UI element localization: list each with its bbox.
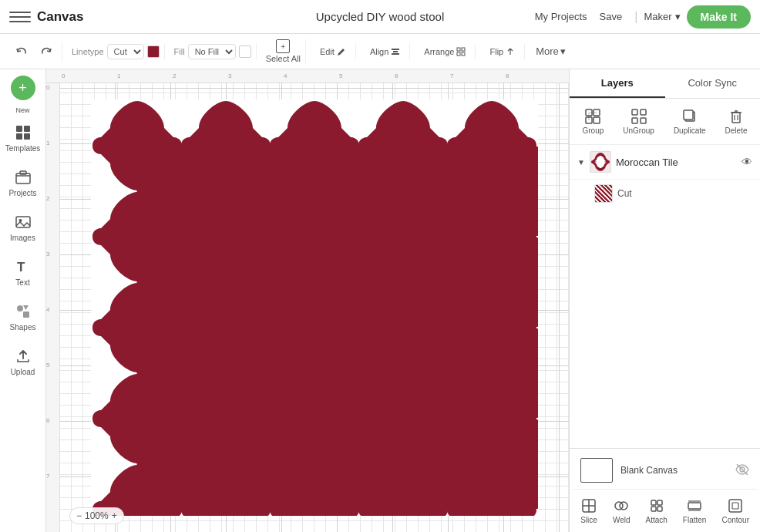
blank-canvas-row: Blank Canvas bbox=[573, 455, 757, 490]
sidebar-item-projects[interactable]: Projects bbox=[3, 162, 43, 204]
canvas-content[interactable] bbox=[60, 83, 569, 532]
align-group: Align bbox=[361, 44, 410, 59]
canvas-area[interactable]: 0 1 2 3 4 5 6 7 8 0 1 2 3 4 5 6 7 bbox=[46, 69, 569, 532]
zoom-control[interactable]: − 100% + bbox=[69, 507, 124, 524]
svg-point-41 bbox=[620, 502, 627, 510]
flatten-button[interactable]: Flatten bbox=[678, 494, 711, 527]
group-label: Group bbox=[583, 126, 604, 135]
templates-icon bbox=[14, 123, 32, 142]
edit-button[interactable]: Edit bbox=[315, 44, 351, 59]
svg-rect-30 bbox=[732, 113, 740, 123]
delete-button[interactable]: Delete bbox=[719, 105, 754, 138]
attach-icon bbox=[648, 497, 665, 514]
layer-list: ▼ Moroccan Tile 👁 Cut bbox=[570, 145, 760, 448]
zoom-minus-icon[interactable]: − bbox=[76, 510, 82, 521]
layer-item-moroccan[interactable]: ▼ Moroccan Tile 👁 bbox=[570, 145, 760, 180]
group-button[interactable]: Group bbox=[577, 105, 610, 138]
blank-canvas-thumbnail bbox=[580, 458, 613, 483]
layer-visibility-icon[interactable]: 👁 bbox=[742, 156, 752, 168]
duplicate-icon bbox=[681, 108, 698, 125]
contour-button[interactable]: Contour bbox=[717, 494, 754, 527]
flip-button[interactable]: Flip bbox=[485, 44, 520, 59]
svg-rect-45 bbox=[657, 507, 662, 511]
sidebar-item-upload[interactable]: Upload bbox=[3, 341, 43, 382]
svg-rect-11 bbox=[16, 173, 30, 184]
svg-rect-0 bbox=[392, 49, 399, 50]
fill-group: Fill No Fill bbox=[170, 44, 257, 59]
bottom-tools: Slice Weld Attach bbox=[573, 490, 757, 529]
fill-color-swatch[interactable] bbox=[239, 45, 251, 58]
slice-button[interactable]: Slice bbox=[576, 494, 602, 527]
svg-rect-50 bbox=[732, 503, 738, 509]
text-icon: T bbox=[14, 258, 32, 276]
zoom-plus-icon[interactable]: + bbox=[112, 510, 117, 521]
upload-icon bbox=[14, 347, 32, 365]
svg-rect-9 bbox=[16, 133, 22, 140]
ungroup-icon bbox=[631, 108, 647, 125]
flip-group: Flip bbox=[480, 44, 525, 59]
redo-button[interactable] bbox=[35, 42, 57, 61]
contour-label: Contour bbox=[721, 516, 749, 524]
weld-label: Weld bbox=[613, 516, 631, 524]
projects-label: Projects bbox=[8, 189, 36, 197]
svg-rect-4 bbox=[462, 48, 465, 51]
select-all-button[interactable]: + Select All bbox=[266, 39, 301, 63]
svg-rect-6 bbox=[462, 52, 465, 56]
linetype-color-swatch[interactable] bbox=[147, 45, 160, 58]
ruler-top: 0 1 2 3 4 5 6 7 8 bbox=[46, 69, 569, 83]
bottom-panel: Blank Canvas Slice Weld bbox=[570, 448, 760, 532]
ungroup-button[interactable]: UnGroup bbox=[617, 105, 661, 138]
maker-dropdown[interactable]: Maker ▾ bbox=[644, 11, 680, 22]
sidebar-item-images[interactable]: Images bbox=[3, 207, 43, 248]
zoom-level: 100% bbox=[85, 510, 109, 521]
hide-canvas-icon[interactable] bbox=[735, 463, 749, 479]
duplicate-button[interactable]: Duplicate bbox=[668, 105, 712, 138]
sidebar-item-templates[interactable]: Templates bbox=[3, 117, 43, 159]
svg-text:T: T bbox=[17, 260, 25, 274]
flatten-label: Flatten bbox=[683, 516, 707, 524]
undo-button[interactable] bbox=[11, 42, 32, 61]
slice-label: Slice bbox=[580, 516, 597, 524]
svg-rect-49 bbox=[729, 500, 742, 512]
tab-layers[interactable]: Layers bbox=[570, 69, 665, 98]
align-button[interactable]: Align bbox=[365, 44, 405, 59]
svg-rect-17 bbox=[23, 311, 29, 318]
layer-chevron-icon[interactable]: ▼ bbox=[577, 158, 585, 167]
left-sidebar: + New Templates Projects Images T Text bbox=[0, 69, 46, 532]
select-all-icon: + bbox=[276, 39, 290, 53]
attach-button[interactable]: Attach bbox=[641, 494, 672, 527]
svg-rect-8 bbox=[24, 126, 30, 132]
new-label: New bbox=[15, 106, 29, 114]
tab-colorsync[interactable]: Color Sync bbox=[665, 69, 761, 98]
svg-rect-29 bbox=[684, 110, 693, 120]
sidebar-item-shapes[interactable]: Shapes bbox=[3, 296, 43, 338]
sidebar-item-text[interactable]: T Text bbox=[3, 251, 43, 293]
my-projects-link[interactable]: My Projects bbox=[535, 11, 587, 22]
attach-label: Attach bbox=[646, 516, 668, 524]
linetype-select[interactable]: Cut bbox=[107, 44, 144, 59]
fill-select[interactable]: No Fill bbox=[188, 44, 236, 59]
divider: | bbox=[634, 10, 637, 24]
chevron-down-icon: ▾ bbox=[560, 45, 566, 57]
new-button[interactable]: + bbox=[11, 76, 35, 100]
weld-button[interactable]: Weld bbox=[608, 494, 635, 527]
layer-child-cut[interactable]: Cut bbox=[570, 180, 760, 207]
panel-tabs: Layers Color Sync bbox=[570, 69, 760, 99]
more-button[interactable]: More ▾ bbox=[530, 42, 572, 60]
images-label: Images bbox=[10, 234, 35, 242]
make-it-button[interactable]: Make It bbox=[687, 5, 751, 29]
menu-icon[interactable] bbox=[9, 6, 31, 28]
contour-icon bbox=[727, 497, 744, 514]
weld-icon bbox=[613, 497, 630, 514]
save-button[interactable]: Save bbox=[594, 8, 629, 25]
svg-rect-25 bbox=[641, 109, 646, 115]
arrange-button[interactable]: Arrange bbox=[419, 44, 470, 59]
document-title: Upcycled DIY wood stool bbox=[316, 10, 444, 23]
select-all-group: + Select All bbox=[261, 39, 306, 63]
ungroup-label: UnGroup bbox=[623, 126, 654, 135]
layer-thumbnail bbox=[590, 151, 611, 173]
svg-rect-1 bbox=[393, 51, 398, 52]
arrange-group: Arrange bbox=[415, 44, 476, 59]
layer-child-thumbnail bbox=[594, 184, 613, 203]
projects-icon bbox=[14, 168, 32, 187]
